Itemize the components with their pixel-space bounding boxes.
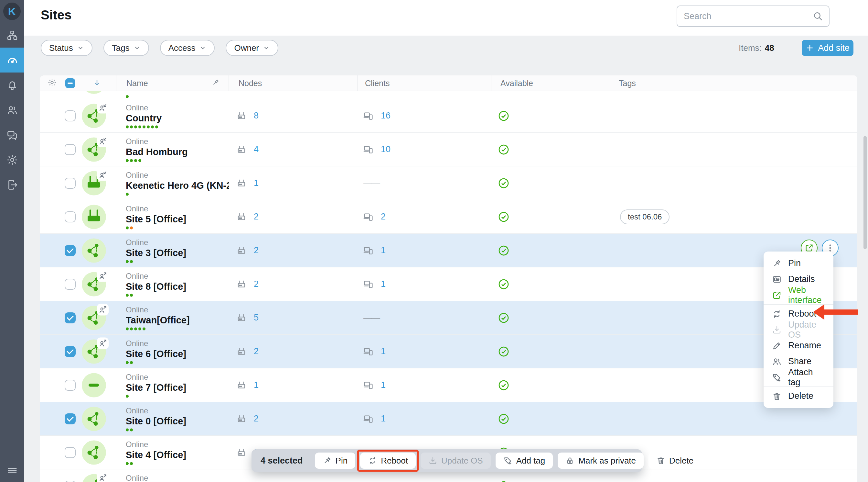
table-row[interactable]: Online Taiwan[Office] 5 —— [40,301,857,335]
filter-chip-access[interactable]: Access [160,40,215,56]
row-clients-cell[interactable]: 1 [363,346,386,357]
menu-hamburger-icon[interactable] [0,463,24,478]
row-clients-cell[interactable]: 1 [363,414,386,424]
row-checkbox[interactable] [65,279,76,290]
row-clients-cell[interactable]: 2 [363,212,386,222]
clients-count[interactable]: 1 [381,346,386,357]
nodes-count[interactable]: 2 [254,245,259,255]
row-nodes-cell[interactable]: 2 [236,346,259,357]
sidebar-item-sites[interactable] [0,23,24,48]
row-nodes-cell[interactable]: 4 [236,144,259,155]
scrollbar-thumb[interactable] [864,136,867,249]
nodes-count[interactable]: 2 [254,279,259,289]
column-header-name[interactable]: Name [126,78,148,88]
row-checkbox[interactable] [65,110,76,121]
row-clients-cell[interactable]: —— [363,178,379,188]
row-nodes-cell[interactable]: 5 [236,313,259,323]
row-checkbox[interactable] [65,346,76,357]
toolbar-button-pin[interactable]: Pin [315,453,355,469]
nodes-count[interactable]: 2 [254,346,259,357]
table-row[interactable]: Online Site 8 [Office] 2 1 [40,267,857,301]
clients-count[interactable]: 1 [381,380,386,390]
filter-chip-status[interactable]: Status [41,40,92,56]
row-nodes-cell[interactable]: 1 [236,380,259,390]
tag-chip[interactable]: test 06.06 [620,209,670,224]
toolbar-button-reboot[interactable]: Reboot [360,453,416,469]
nodes-count[interactable]: 2 [254,212,259,222]
table-settings-gear-icon[interactable] [48,78,57,88]
sidebar-item-notifications[interactable] [0,73,24,97]
clients-count[interactable]: 2 [381,212,386,222]
filter-chip-tags[interactable]: Tags [103,40,149,56]
clients-count[interactable]: 1 [381,245,386,255]
nodes-count[interactable]: 1 [254,380,259,390]
row-checkbox[interactable] [65,380,76,391]
menu-item-attach-tag[interactable]: Attach tag [764,369,833,385]
filter-chip-owner[interactable]: Owner [226,40,278,56]
row-nodes-cell[interactable]: 1 [236,178,259,189]
row-clients-cell[interactable]: 16 [363,111,391,121]
clients-count[interactable]: 10 [381,144,391,154]
row-nodes-cell[interactable]: 2 [236,245,259,256]
nodes-count[interactable]: 8 [254,111,259,121]
column-header-nodes[interactable]: Nodes [239,78,262,88]
sidebar-item-dashboard[interactable] [0,48,24,73]
row-checkbox[interactable] [65,211,76,222]
row-nodes-cell[interactable]: 2 [236,279,259,289]
row-checkbox[interactable] [65,245,76,256]
menu-item-pin[interactable]: Pin [764,255,833,271]
pin-column-icon[interactable] [211,78,220,88]
column-header-available[interactable]: Available [500,78,533,88]
sidebar-item-users[interactable] [0,97,24,122]
table-row[interactable]: Online Keenetic Hero 4G (KN-23… 1 —— [40,166,857,200]
row-nodes-cell[interactable]: 8 [236,111,259,121]
sidebar-item-support-chat[interactable] [0,122,24,147]
clients-count[interactable]: 1 [381,279,386,289]
column-header-clients[interactable]: Clients [365,78,390,88]
row-checkbox[interactable] [65,312,76,323]
search-input[interactable] [677,11,813,21]
table-row[interactable]: Online Site 7 [Office] 1 1 [40,368,857,402]
menu-item-delete[interactable]: Delete [764,388,833,404]
sort-descending-icon[interactable] [93,78,101,88]
row-clients-cell[interactable]: 1 [363,279,386,289]
row-checkbox[interactable] [65,414,76,424]
table-row[interactable]: Online Country 8 16 [40,99,857,133]
menu-item-web-interface[interactable]: Web interface [764,287,833,303]
clients-count[interactable]: 1 [381,414,386,424]
row-clients-cell[interactable]: 1 [363,481,386,482]
row-clients-cell[interactable]: 1 [363,380,386,390]
column-header-tags[interactable]: Tags [619,78,636,88]
nodes-count[interactable]: 5 [254,313,259,323]
row-nodes-cell[interactable]: 2 [236,212,259,222]
row-checkbox[interactable] [65,178,76,189]
toolbar-button-mark-as-private[interactable]: Mark as private [558,453,644,469]
table-row[interactable]: Online Bad Homburg 4 10 [40,133,857,166]
table-row[interactable]: Online Site 0 [Office] 2 1 [40,402,857,436]
clients-count[interactable]: 16 [381,111,391,121]
toolbar-button-delete[interactable]: Delete [649,453,701,469]
table-row[interactable]: Online Site 5 [Office] 2 2 test 06.06 [40,200,857,234]
sidebar-item-settings[interactable] [0,147,24,172]
row-clients-cell[interactable]: —— [363,313,379,323]
row-checkbox[interactable] [65,481,76,482]
row-clients-cell[interactable]: 1 [363,245,386,256]
app-logo[interactable]: K [3,3,21,20]
row-nodes-cell[interactable]: 2 [236,481,259,482]
row-status: Online [126,406,229,415]
menu-item-rename[interactable]: Rename [764,338,833,353]
select-all-checkbox[interactable] [65,78,75,88]
table-row[interactable]: Online Site 6 [Office] 2 1 [40,335,857,368]
row-checkbox[interactable] [65,447,76,458]
nodes-count[interactable]: 4 [254,144,259,154]
toolbar-button-add-tag[interactable]: Add tag [496,453,553,469]
table-row[interactable]: Online Site 3 [Office] 2 1 [40,234,857,267]
nodes-count[interactable]: 1 [254,178,259,188]
search-box[interactable] [677,5,830,27]
sidebar-item-logout[interactable] [0,172,24,197]
add-site-button[interactable]: Add site [802,40,854,56]
row-checkbox[interactable] [65,144,76,155]
row-clients-cell[interactable]: 10 [363,144,391,155]
row-nodes-cell[interactable]: 2 [236,414,259,424]
nodes-count[interactable]: 2 [254,414,259,424]
